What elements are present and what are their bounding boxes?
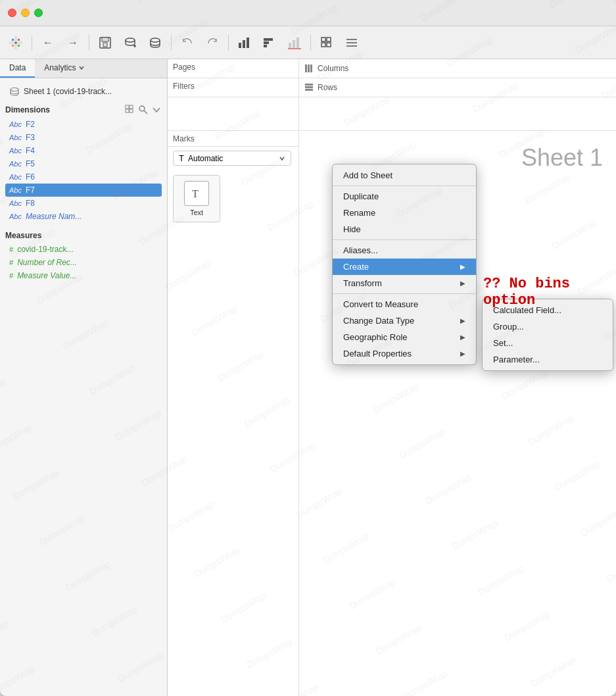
svg-rect-22	[289, 43, 291, 48]
menu-item-change-data-type[interactable]: Change Data Type ▶	[333, 312, 476, 329]
columns-icon	[304, 64, 314, 73]
rows-icon	[304, 83, 314, 92]
tableau-logo-btn[interactable]	[5, 32, 26, 53]
dim-item-f5[interactable]: Abc F5	[5, 157, 162, 170]
rows-label: Rows	[318, 83, 337, 92]
save-button[interactable]	[95, 32, 116, 53]
change-data-type-arrow-icon: ▶	[460, 317, 465, 324]
menu-separator-2	[333, 239, 476, 240]
minimize-button[interactable]	[21, 9, 30, 17]
svg-rect-35	[130, 105, 133, 109]
submenu-item-group[interactable]: Group...	[483, 318, 613, 335]
svg-rect-23	[293, 40, 295, 48]
dim-name-f4: F4	[26, 146, 35, 155]
menu-item-rename[interactable]: Rename	[333, 205, 476, 221]
dimensions-tools	[125, 105, 162, 115]
create-submenu: Calculated Field... Group... Set... Para…	[482, 299, 613, 371]
dim-item-f3[interactable]: Abc F3	[5, 131, 162, 144]
dim-name-f8: F8	[26, 199, 35, 208]
transform-arrow-icon: ▶	[460, 280, 465, 287]
menu-item-default-properties[interactable]: Default Properties ▶	[333, 345, 476, 362]
measures-section: Measures # covid-19-track... # Number of…	[5, 231, 162, 282]
svg-rect-28	[321, 43, 325, 47]
measure-item-num-records[interactable]: # Number of Rec...	[5, 256, 162, 269]
close-button[interactable]	[8, 9, 16, 17]
measure-type-values: #	[9, 272, 13, 280]
chart-type-3-button[interactable]	[284, 32, 305, 53]
svg-rect-24	[296, 37, 299, 48]
svg-rect-44	[305, 86, 313, 88]
chart-type-1-button[interactable]	[234, 32, 255, 53]
chevron-down-icon[interactable]	[151, 105, 162, 115]
measure-item-measure-values[interactable]: # Measure Value...	[5, 269, 162, 282]
svg-rect-37	[130, 109, 133, 112]
filters-content-section	[168, 97, 299, 130]
submenu-item-set[interactable]: Set...	[483, 335, 613, 351]
svg-rect-17	[243, 40, 245, 48]
dim-item-f6[interactable]: Abc F6	[5, 170, 162, 184]
menu-item-add-to-sheet[interactable]: Add to Sheet	[333, 167, 476, 184]
svg-rect-19	[264, 41, 269, 44]
svg-rect-29	[327, 43, 331, 47]
separator-2	[89, 35, 89, 51]
tab-analytics[interactable]: Analytics	[35, 59, 94, 78]
svg-line-39	[144, 111, 147, 114]
search-icon[interactable]	[138, 105, 149, 115]
svg-point-38	[139, 106, 145, 111]
main-layout: Data Analytics	[0, 59, 616, 696]
grid-icon[interactable]	[125, 105, 135, 115]
measure-name-records: Number of Rec...	[17, 258, 77, 267]
add-datasource-button[interactable]	[120, 32, 141, 53]
chart-type-2-button[interactable]	[259, 32, 280, 53]
rows-shelf: Rows	[299, 78, 616, 97]
menu-separator-3	[333, 293, 476, 294]
redo-button[interactable]	[202, 32, 223, 53]
measure-name-values: Measure Value...	[17, 271, 76, 280]
svg-rect-18	[247, 37, 249, 48]
traffic-lights	[8, 9, 43, 17]
svg-rect-40	[305, 64, 307, 72]
app-window: ← →	[0, 0, 616, 696]
dimensions-section-header: Dimensions	[5, 105, 162, 115]
dim-type-f4: Abc	[9, 147, 22, 155]
list-view-button[interactable]	[341, 32, 362, 53]
menu-item-duplicate[interactable]: Duplicate	[333, 188, 476, 205]
submenu-item-calculated-field[interactable]: Calculated Field...	[483, 302, 613, 318]
svg-point-33	[11, 88, 18, 91]
data-source-row[interactable]: Sheet 1 (covid-19-track...	[5, 84, 162, 99]
svg-rect-10	[102, 37, 108, 41]
datasource-button[interactable]	[145, 32, 166, 53]
columns-label: Columns	[318, 64, 348, 73]
title-bar	[0, 0, 616, 26]
dim-name-f5: F5	[26, 159, 35, 168]
dim-name-f3: F3	[26, 133, 35, 142]
dim-item-measure-names[interactable]: Abc Measure Nam...	[5, 210, 162, 223]
measures-section-header: Measures	[5, 231, 162, 240]
separator-1	[32, 35, 32, 51]
maximize-button[interactable]	[34, 9, 43, 17]
context-menu-overlay: Add to Sheet Duplicate Rename Hide	[168, 131, 616, 696]
back-button[interactable]: ←	[37, 32, 59, 53]
dim-type-f5: Abc	[9, 160, 22, 168]
menu-item-hide[interactable]: Hide	[333, 221, 476, 237]
menu-item-create[interactable]: Create ▶	[333, 259, 476, 275]
dim-item-f7[interactable]: Abc F7	[5, 184, 162, 197]
undo-button[interactable]	[177, 32, 198, 53]
menu-item-geographic-role[interactable]: Geographic Role ▶	[333, 329, 476, 345]
submenu-item-parameter[interactable]: Parameter...	[483, 351, 613, 368]
dim-item-f2[interactable]: Abc F2	[5, 118, 162, 131]
measure-item-covid[interactable]: # covid-19-track...	[5, 243, 162, 256]
dim-type-f3: Abc	[9, 134, 22, 141]
layout-button[interactable]	[316, 32, 337, 53]
dim-item-f8[interactable]: Abc F8	[5, 197, 162, 210]
menu-item-aliases[interactable]: Aliases...	[333, 242, 476, 259]
forward-button[interactable]: →	[62, 32, 83, 53]
separator-5	[310, 35, 311, 51]
canvas-main-area: Marks T Automatic	[168, 131, 616, 696]
default-properties-arrow-icon: ▶	[460, 350, 465, 357]
menu-item-convert-to-measure[interactable]: Convert to Measure	[333, 296, 476, 312]
menu-item-transform[interactable]: Transform ▶	[333, 275, 476, 291]
dim-item-f4[interactable]: Abc F4	[5, 144, 162, 157]
tab-data[interactable]: Data	[0, 59, 35, 78]
pages-section: Pages	[168, 59, 299, 78]
